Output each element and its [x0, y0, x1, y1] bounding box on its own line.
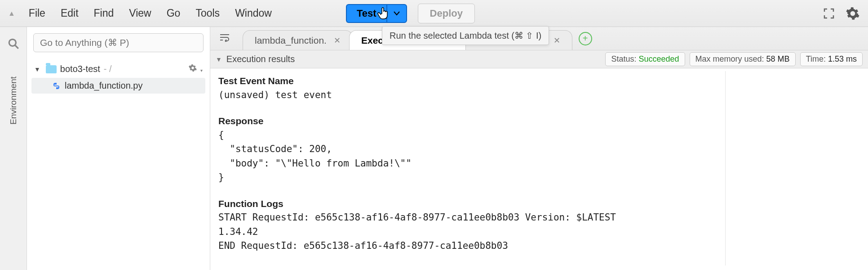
menu-group: File Edit Find View Go Tools Window [29, 7, 272, 19]
test-dropdown-button[interactable] [386, 4, 407, 23]
side-rail: Environment [0, 27, 27, 270]
menu-go[interactable]: Go [167, 7, 181, 19]
caret-down-icon [394, 11, 400, 16]
memory-pill: Max memory used: 58 MB [690, 52, 796, 66]
memory-label: Max memory used: [695, 54, 766, 63]
execution-results-header: ▼ Execution results Status: Succeeded Ma… [210, 50, 868, 68]
chevron-down-icon: ▼ [34, 66, 40, 73]
chevron-down-icon[interactable]: ▼ [216, 56, 222, 63]
file-tree: ▼ boto3-test - / ▾ lambda_function.py [27, 57, 210, 97]
status-value: Succeeded [638, 54, 679, 63]
action-buttons: Test Deploy [346, 4, 475, 23]
collapse-icon[interactable]: ▲ [8, 9, 15, 18]
environment-panel-label[interactable]: Environment [9, 76, 18, 125]
response-body: { "statusCode": 200, "body": "\"Hello fr… [218, 128, 721, 185]
status-pill: Status: Succeeded [605, 52, 685, 66]
menu-find[interactable]: Find [94, 7, 114, 19]
topbar-right-icons [823, 6, 860, 21]
editor-area: lambda_function. ✕ Execution results ✕ E… [210, 27, 868, 270]
deploy-button-label: Deploy [430, 8, 463, 19]
file-name: lambda_function.py [65, 81, 142, 91]
project-folder-suffix: - / [104, 64, 112, 74]
svg-line-1 [15, 45, 18, 49]
tab-lambda-function[interactable]: lambda_function. ✕ [243, 30, 353, 50]
close-icon[interactable]: ✕ [554, 36, 560, 45]
settings-gear-icon[interactable] [846, 6, 860, 21]
time-value: 1.53 ms [828, 54, 857, 63]
test-button-label: Test [357, 8, 376, 19]
test-button[interactable]: Test [346, 4, 386, 23]
menu-edit[interactable]: Edit [61, 7, 79, 19]
python-file-icon [52, 81, 61, 90]
fullscreen-icon[interactable] [823, 8, 835, 19]
time-label: Time: [806, 54, 828, 63]
close-icon[interactable]: ✕ [334, 36, 341, 45]
menu-file[interactable]: File [29, 7, 45, 19]
project-folder-row[interactable]: ▼ boto3-test - / ▾ [31, 60, 205, 78]
file-row-lambda-function[interactable]: lambda_function.py [31, 78, 205, 94]
tooltip-text: Run the selected Lambda test (⌘ ⇧ I) [390, 31, 541, 40]
search-icon[interactable] [8, 38, 19, 50]
menu-view[interactable]: View [129, 7, 151, 19]
memory-value: 58 MB [766, 54, 790, 63]
execution-content: Test Event Name (unsaved) test event Res… [210, 68, 868, 270]
time-pill: Time: 1.53 ms [800, 52, 863, 66]
menu-tools[interactable]: Tools [195, 7, 220, 19]
goto-anything-input[interactable] [33, 33, 204, 52]
add-tab-button[interactable]: + [579, 32, 592, 45]
execution-results-title: Execution results [226, 54, 295, 64]
word-wrap-icon[interactable] [219, 33, 230, 44]
tab-label: lambda_function. [255, 35, 327, 46]
right-gutter [725, 71, 860, 266]
test-event-head: Test Event Name [218, 74, 721, 88]
project-folder-name: boto3-test [60, 64, 100, 74]
menu-window[interactable]: Window [235, 7, 272, 19]
logs-body: START RequestId: e565c138-af16-4af8-8977… [218, 211, 721, 253]
test-tooltip: Run the selected Lambda test (⌘ ⇧ I) [382, 26, 549, 45]
test-event-value: (unsaved) test event [218, 88, 721, 103]
logs-head: Function Logs [218, 197, 721, 211]
status-pills: Status: Succeeded Max memory used: 58 MB… [605, 52, 863, 66]
test-button-group: Test [346, 4, 407, 23]
folder-icon [46, 65, 57, 73]
project-gear-icon[interactable]: ▾ [188, 63, 203, 75]
svg-point-0 [9, 39, 16, 46]
top-menu-bar: ▲ File Edit Find View Go Tools Window Te… [0, 0, 868, 27]
response-head: Response [218, 114, 721, 128]
status-label: Status: [611, 54, 638, 63]
file-explorer: ▼ boto3-test - / ▾ lambda_function.py [27, 27, 210, 270]
deploy-button[interactable]: Deploy [418, 4, 475, 23]
main-area: Environment ▼ boto3-test - / ▾ lambda_f [0, 27, 868, 270]
